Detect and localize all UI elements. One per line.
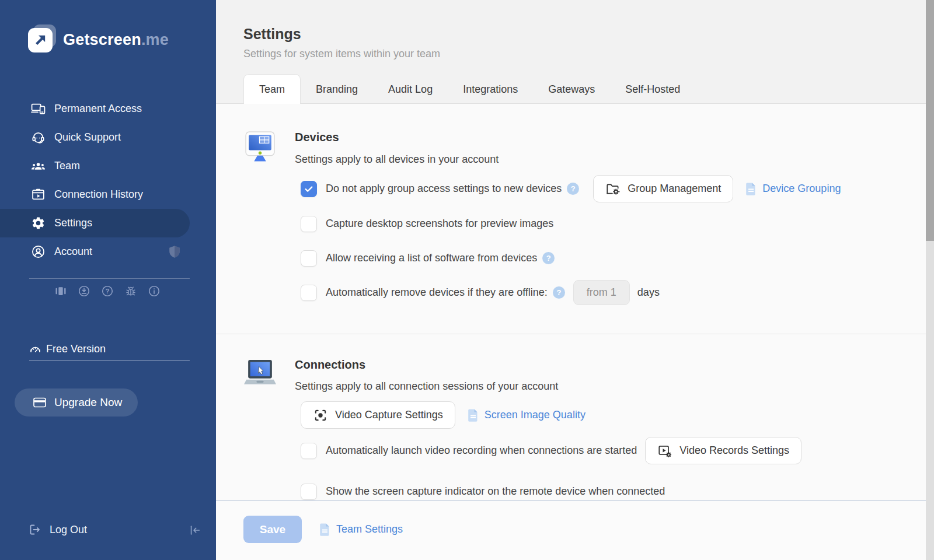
device-grouping-label: Device Grouping [762, 183, 841, 195]
sidebar-item-label: Settings [54, 217, 92, 229]
software-list-checkbox[interactable] [301, 250, 317, 267]
group-access-label: Do not apply group access settings to ne… [326, 183, 562, 195]
credit-card-icon [33, 396, 47, 410]
tab-integrations[interactable]: Integrations [448, 75, 533, 104]
plan-status: Free Version [29, 343, 106, 355]
account-icon [31, 244, 46, 259]
logout-button[interactable]: Log Out [28, 523, 87, 537]
capture-frame-icon [313, 408, 328, 423]
connection-history-icon [31, 187, 46, 202]
team-settings-label: Team Settings [336, 523, 403, 536]
sidebar-item-label: Team [54, 160, 80, 172]
sidebar-item-label: Connection History [54, 188, 143, 201]
sidebar-item-label: Quick Support [54, 131, 121, 144]
offline-days-input[interactable] [573, 280, 630, 305]
group-management-label: Group Management [628, 183, 721, 195]
capture-indicator-checkbox[interactable] [301, 484, 317, 500]
svg-text:?: ? [106, 288, 110, 295]
sidebar-item-account[interactable]: Account [0, 237, 216, 266]
bug-report-icon[interactable] [124, 285, 137, 298]
brand-suffix: .me [141, 31, 169, 48]
download-icon[interactable] [78, 285, 90, 298]
autorecord-checkbox[interactable] [301, 443, 317, 459]
sidebar-nav: Permanent Access Quick Support Team Conn… [0, 94, 216, 266]
connections-section-subtitle: Settings apply to all connection session… [295, 380, 558, 393]
folder-gear-icon [605, 181, 621, 197]
connection-buttons-row: Video Capture Settings Screen Image Qual… [301, 401, 586, 429]
tab-branding[interactable]: Branding [301, 75, 373, 104]
section-divider [216, 334, 926, 334]
sidebar-item-settings[interactable]: Settings [0, 209, 190, 237]
plan-label: Free Version [46, 343, 106, 355]
logout-label: Log Out [50, 524, 87, 536]
device-grouping-link[interactable]: Device Grouping [745, 182, 841, 196]
software-list-label: Allow receiving a list of software from … [326, 252, 537, 264]
sidebar-utility-icons: ? [54, 285, 161, 298]
upgrade-now-button[interactable]: Upgrade Now [15, 388, 138, 416]
group-access-row: Do not apply group access settings to ne… [301, 175, 841, 202]
scrollbar-thumb[interactable] [926, 0, 934, 241]
sidebar-item-team[interactable]: Team [0, 152, 216, 180]
tab-gateways[interactable]: Gateways [533, 75, 610, 104]
plan-underline [29, 360, 190, 361]
check-icon [304, 184, 314, 194]
sidebar-item-permanent-access[interactable]: Permanent Access [0, 94, 216, 123]
autorecord-row: Automatically launch video recording whe… [301, 437, 801, 464]
brand-logo[interactable]: Getscreen.me [28, 26, 169, 53]
gear-icon [31, 216, 46, 230]
sidebar-item-connection-history[interactable]: Connection History [0, 180, 216, 209]
screenshots-row: Capture desktop screenshots for preview … [301, 210, 553, 237]
devices-section-title: Devices [295, 131, 339, 144]
arrow-up-right-icon [32, 32, 48, 48]
settings-tabs: Team Branding Audit Log Integrations Gat… [243, 74, 695, 104]
tab-self-hosted[interactable]: Self-Hosted [610, 75, 695, 104]
group-access-checkbox[interactable] [301, 181, 317, 197]
group-management-button[interactable]: Group Management [593, 175, 733, 202]
tab-audit-log[interactable]: Audit Log [373, 75, 448, 104]
collapse-sidebar-icon[interactable] [189, 524, 201, 537]
video-capture-settings-label: Video Capture Settings [335, 409, 443, 421]
video-records-settings-button[interactable]: Video Records Settings [645, 437, 801, 464]
upgrade-now-label: Upgrade Now [54, 396, 122, 409]
sidebar-item-quick-support[interactable]: Quick Support [0, 123, 216, 152]
settings-content: Devices Settings apply to all devices in… [216, 104, 926, 501]
group-access-help-icon[interactable]: ? [567, 183, 579, 195]
capture-indicator-label: Show the screen capture indicator on the… [326, 485, 665, 498]
account-shield-icon [168, 245, 181, 259]
headset-icon [31, 130, 46, 145]
laptop-icon [243, 357, 277, 390]
screen-image-quality-link[interactable]: Screen Image Quality [467, 408, 586, 422]
tab-team[interactable]: Team [243, 74, 301, 104]
save-button[interactable]: Save [243, 516, 302, 543]
gauge-icon [29, 343, 41, 355]
video-gear-icon [657, 443, 672, 459]
autorecord-label: Automatically launch video recording whe… [326, 444, 637, 457]
team-settings-link[interactable]: Team Settings [319, 516, 403, 543]
software-list-row: Allow receiving a list of software from … [301, 244, 555, 272]
page-scrollbar[interactable] [926, 0, 934, 560]
main-area: Settings Settings for system items withi… [216, 0, 934, 560]
offline-remove-checkbox[interactable] [301, 285, 317, 301]
mobile-apps-icon[interactable] [54, 285, 67, 298]
page-header: Settings Settings for system items withi… [216, 0, 934, 104]
video-capture-settings-button[interactable]: Video Capture Settings [301, 401, 455, 429]
sidebar-divider [29, 278, 190, 279]
offline-remove-help-icon[interactable]: ? [553, 286, 565, 299]
connections-section-title: Connections [295, 358, 365, 372]
document-icon [745, 182, 757, 196]
about-info-icon[interactable] [148, 285, 161, 298]
offline-days-unit: days [637, 286, 660, 299]
software-list-help-icon[interactable]: ? [542, 252, 555, 264]
page-subtitle: Settings for system items within your te… [243, 48, 440, 60]
screenshots-checkbox[interactable] [301, 216, 317, 232]
sidebar: Getscreen.me Permanent Access Quick Supp… [0, 0, 216, 560]
screen-image-quality-label: Screen Image Quality [485, 409, 586, 421]
capture-indicator-row: Show the screen capture indicator on the… [301, 478, 665, 501]
document-icon [467, 408, 479, 422]
brand-name: Getscreen.me [63, 31, 169, 49]
devices-section-subtitle: Settings apply to all devices in your ac… [295, 153, 499, 166]
monitor-icon [243, 130, 277, 163]
screenshots-label: Capture desktop screenshots for preview … [326, 218, 553, 230]
sidebar-item-label: Permanent Access [54, 103, 142, 115]
help-icon[interactable]: ? [101, 285, 114, 298]
